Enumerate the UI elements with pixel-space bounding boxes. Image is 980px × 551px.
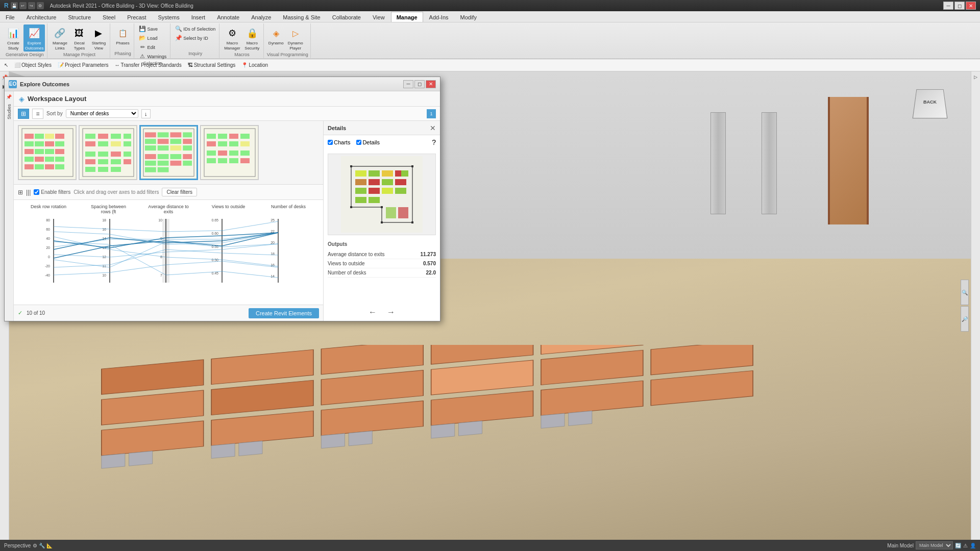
svg-rect-36: [45, 141, 54, 146]
save-selection-button[interactable]: 💾 Save: [137, 24, 168, 33]
charts-checkbox[interactable]: [328, 140, 333, 145]
status-icon-1[interactable]: ⚙: [33, 543, 37, 548]
load-selection-button[interactable]: 📂 Load: [137, 34, 168, 42]
close-button[interactable]: ✕: [966, 2, 976, 10]
settings-icon[interactable]: ⚙: [37, 2, 44, 9]
svg-text:80: 80: [46, 218, 50, 222]
views-outside-label: Views to outside: [328, 261, 365, 266]
explore-outcomes-button[interactable]: 📈 ExploreOutcomes: [23, 24, 45, 52]
structural-settings-btn[interactable]: 🏗 Structural Settings: [186, 62, 238, 68]
tab-massing-site[interactable]: Massing & Site: [277, 12, 326, 22]
transfer-standards-btn[interactable]: ↔ Transfer Project Standards: [113, 62, 184, 68]
status-icon-2[interactable]: 🔧: [39, 543, 45, 548]
sort-select[interactable]: Number of desksAverage distance to exits…: [66, 109, 138, 118]
list-view-button[interactable]: ≡: [32, 109, 43, 119]
warning-icon[interactable]: ⚠: [963, 543, 968, 548]
decal-types-button[interactable]: 🖼 DecalTypes: [70, 24, 88, 52]
svg-rect-67: [124, 159, 131, 164]
studies-label[interactable]: Studies: [7, 102, 12, 121]
starting-view-button[interactable]: ▶ StartingView: [89, 24, 108, 52]
dialog-window-controls[interactable]: ─ ◻ ✕: [403, 80, 436, 88]
macro-manager-button[interactable]: ⚙ MacroManager: [223, 24, 242, 52]
thumbnail-2[interactable]: [79, 125, 137, 180]
model-select[interactable]: Main Model: [916, 541, 953, 549]
dialog-restore-button[interactable]: ◻: [414, 80, 425, 88]
minimize-button[interactable]: ─: [943, 2, 953, 10]
dialog-close-button[interactable]: ✕: [426, 80, 436, 88]
svg-rect-153: [401, 170, 408, 177]
project-parameters-btn[interactable]: 📝 Project Parameters: [56, 62, 111, 68]
details-close-button[interactable]: ✕: [430, 124, 436, 132]
dynamo-button[interactable]: ◈ Dynamo: [267, 24, 285, 47]
tab-view[interactable]: View: [367, 12, 390, 22]
warnings-button[interactable]: ⚠ Warnings: [137, 52, 168, 61]
view-cube-face[interactable]: BACK: [913, 89, 948, 118]
window-controls[interactable]: ─ ◻ ✕: [943, 2, 976, 10]
select-mode-btn[interactable]: ↖: [2, 62, 10, 68]
svg-rect-162: [355, 197, 366, 203]
svg-rect-98: [218, 134, 227, 139]
phases-button[interactable]: 📋 Phases: [113, 24, 132, 47]
zoom-out-icon[interactable]: 🔎: [961, 306, 969, 332]
tab-insert[interactable]: Insert: [186, 12, 211, 22]
enable-filters-checkbox[interactable]: [34, 189, 39, 195]
charts-tab[interactable]: Charts: [328, 139, 350, 145]
right-panel-icon[interactable]: ▷: [972, 73, 979, 81]
redo-icon[interactable]: ↪: [28, 2, 35, 9]
sort-direction-button[interactable]: ↓: [141, 109, 151, 118]
tab-annotate[interactable]: Annotate: [211, 12, 245, 22]
tab-file[interactable]: File: [0, 12, 20, 22]
tab-structure[interactable]: Structure: [62, 12, 96, 22]
details-tab[interactable]: Details: [356, 139, 380, 145]
thumbnail-1[interactable]: [18, 125, 77, 180]
help-icon[interactable]: ?: [432, 138, 436, 146]
grid-view-button[interactable]: ⊞: [18, 109, 29, 119]
tab-collaborate[interactable]: Collaborate: [327, 12, 366, 22]
create-revit-elements-button[interactable]: Create Revit Elements: [249, 308, 319, 318]
quick-access-toolbar[interactable]: 💾 ↩ ↪ ⚙: [11, 2, 44, 9]
axis-label-spacing: Spacing between rows (ft: [88, 204, 129, 214]
tab-steel[interactable]: Steel: [97, 12, 121, 22]
tab-precast[interactable]: Precast: [121, 12, 152, 22]
filter-scatter-icon[interactable]: ⊞: [18, 189, 23, 196]
tab-systems[interactable]: Systems: [152, 12, 185, 22]
sidebar-pin-icon[interactable]: 📌: [6, 93, 13, 101]
details-checkbox[interactable]: [356, 140, 361, 145]
thumbnail-4[interactable]: [200, 125, 259, 180]
svg-rect-46: [24, 164, 34, 169]
page-indicator: 1: [427, 109, 436, 118]
create-study-button[interactable]: 📊 CreateStudy: [4, 24, 22, 52]
next-detail-button[interactable]: →: [387, 308, 395, 317]
tab-addins[interactable]: Add-Ins: [424, 12, 454, 22]
tab-analyze[interactable]: Analyze: [246, 12, 277, 22]
dynamo-player-button[interactable]: ▷ DynamoPlayer: [286, 24, 305, 52]
workspace-title: Workspace Layout: [28, 95, 86, 103]
dialog-minimize-button[interactable]: ─: [403, 80, 413, 88]
location-btn[interactable]: 📍 Location: [239, 62, 270, 68]
filter-bars-icon[interactable]: |||: [26, 189, 31, 196]
select-by-id-button[interactable]: 📌 Select by ID: [174, 34, 217, 42]
status-icon-3[interactable]: 📐: [46, 543, 53, 548]
restore-button[interactable]: ◻: [954, 2, 965, 10]
sync-icon[interactable]: 🔄: [955, 543, 961, 548]
axis-label-num-desks: Number of desks: [268, 204, 309, 214]
thumbnail-3-selected[interactable]: [139, 125, 198, 180]
edit-icon: ✏: [139, 44, 146, 51]
prev-detail-button[interactable]: ←: [369, 308, 377, 317]
clear-filters-button[interactable]: Clear filters: [162, 188, 197, 196]
manage-links-button[interactable]: 🔗 ManageLinks: [51, 24, 69, 52]
tab-modify[interactable]: Modify: [455, 12, 482, 22]
svg-rect-20: [211, 443, 235, 458]
svg-rect-90: [158, 161, 169, 166]
view-cube[interactable]: BACK: [915, 87, 955, 128]
svg-rect-37: [55, 141, 64, 146]
object-styles-btn[interactable]: ⬜ Object Styles: [12, 62, 54, 68]
ids-of-selection-button[interactable]: 🔍 IDs of Selection: [174, 24, 217, 33]
edit-selection-button[interactable]: ✏ Edit: [137, 43, 168, 52]
zoom-in-icon[interactable]: 🔍: [961, 280, 969, 305]
save-icon[interactable]: 💾: [11, 2, 18, 9]
undo-icon[interactable]: ↩: [19, 2, 27, 9]
macro-security-button[interactable]: 🔒 MacroSecurity: [243, 24, 261, 52]
tab-manage[interactable]: Manage: [391, 12, 423, 22]
tab-architecture[interactable]: Architecture: [21, 12, 62, 22]
